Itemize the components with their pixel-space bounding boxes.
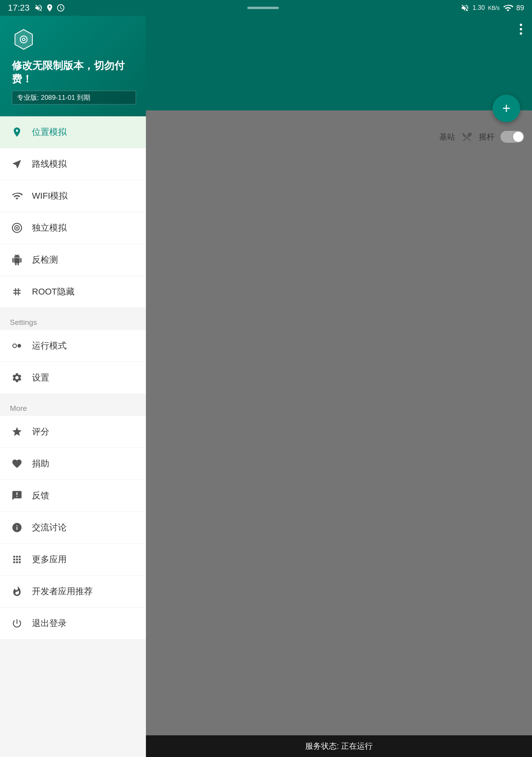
svg-point-3 bbox=[23, 39, 24, 40]
sidebar-bottom-padding bbox=[0, 643, 146, 658]
dot1 bbox=[520, 24, 522, 26]
sidebar-item-feedback[interactable]: 反馈 bbox=[0, 480, 146, 512]
nav-label-independent: 独立模拟 bbox=[32, 222, 67, 234]
nav-label-route: 路线模拟 bbox=[32, 158, 67, 170]
nav-label-wifi: WIFI模拟 bbox=[32, 190, 67, 202]
target-icon bbox=[10, 221, 24, 235]
status-time: 17:23 bbox=[8, 3, 30, 13]
antenna-icon bbox=[461, 131, 473, 143]
sidebar-item-donate[interactable]: 捐助 bbox=[0, 448, 146, 480]
feedback-icon bbox=[10, 489, 24, 503]
sidebar-item-logout[interactable]: 退出登录 bbox=[0, 608, 146, 640]
nav-label-discuss: 交流讨论 bbox=[32, 522, 67, 533]
dot3 bbox=[520, 32, 522, 35]
sidebar-item-settings[interactable]: 设置 bbox=[0, 362, 146, 394]
sidebar-item-more-apps[interactable]: 更多应用 bbox=[0, 544, 146, 576]
flame-icon bbox=[10, 584, 24, 599]
nav-label-feedback: 反馈 bbox=[32, 490, 49, 502]
sidebar-item-run-mode[interactable]: 运行模式 bbox=[0, 330, 146, 362]
status-bar: 17:23 1.30 KB/s 89 bbox=[0, 0, 532, 16]
mute-icon bbox=[34, 4, 43, 12]
sidebar-item-location[interactable]: 位置模拟 bbox=[0, 116, 146, 148]
service-status-bar: 服务状态: 正在运行 bbox=[146, 735, 532, 757]
nav-label-dev-recommend: 开发者应用推荐 bbox=[32, 585, 93, 597]
network-speed: 1.30 bbox=[472, 4, 485, 11]
controls-bar: 基站 摇杆 bbox=[431, 126, 532, 147]
sidebar-item-independent[interactable]: 独立模拟 bbox=[0, 212, 146, 244]
status-right: 1.30 KB/s 89 bbox=[461, 3, 524, 13]
nav-label-location: 位置模拟 bbox=[32, 126, 67, 138]
sidebar-item-discuss[interactable]: 交流讨论 bbox=[0, 512, 146, 544]
nav-label-rate: 评分 bbox=[32, 426, 49, 438]
nav-section-more: 评分 捐助 反馈 交流讨论 bbox=[0, 416, 146, 640]
sidebar-item-wifi[interactable]: WIFI模拟 bbox=[0, 180, 146, 212]
content-header: + bbox=[146, 16, 532, 110]
nav-label-root-hide: ROOT隐藏 bbox=[32, 286, 75, 298]
svg-point-6 bbox=[16, 227, 18, 229]
svg-point-8 bbox=[17, 344, 21, 347]
nav-label-more-apps: 更多应用 bbox=[32, 554, 67, 565]
joystick-label: 摇杆 bbox=[479, 132, 495, 142]
hash-icon bbox=[10, 285, 24, 299]
sidebar-badge: 专业版: 2089-11-01 到期 bbox=[12, 91, 136, 104]
sidebar-item-dev-recommend[interactable]: 开发者应用推荐 bbox=[0, 576, 146, 608]
station-label: 基站 bbox=[439, 132, 455, 142]
sidebar-item-rate[interactable]: 评分 bbox=[0, 416, 146, 448]
sidebar-item-anti-detect[interactable]: 反检测 bbox=[0, 244, 146, 276]
dot2 bbox=[520, 28, 522, 30]
app-logo bbox=[12, 28, 35, 51]
svg-point-7 bbox=[13, 344, 17, 347]
location-status-icon bbox=[45, 4, 54, 12]
nav-label-donate: 捐助 bbox=[32, 458, 49, 470]
fab-add-button[interactable]: + bbox=[493, 95, 520, 122]
mute-notify-icon bbox=[461, 4, 469, 12]
network-unit: KB/s bbox=[488, 5, 500, 11]
gear-icon bbox=[10, 371, 24, 385]
nav-label-anti-detect: 反检测 bbox=[32, 254, 58, 266]
more-options-button[interactable] bbox=[518, 22, 524, 37]
sidebar-header: 修改无限制版本，切勿付费！ 专业版: 2089-11-01 到期 bbox=[0, 16, 146, 116]
star-icon bbox=[10, 425, 24, 439]
service-status-text: 服务状态: 正在运行 bbox=[305, 742, 373, 750]
map-area: 基站 摇杆 服务状态: 正在运行 bbox=[146, 110, 532, 757]
content-area: + 基站 摇杆 服务状态: 正在运行 bbox=[146, 16, 532, 757]
battery-level: 89 bbox=[516, 4, 524, 12]
power-icon bbox=[10, 616, 24, 630]
toggle-icon bbox=[10, 339, 24, 353]
fab-icon: + bbox=[502, 100, 510, 117]
nav-section-settings: 运行模式 设置 bbox=[0, 330, 146, 394]
wifi-status-icon bbox=[503, 3, 513, 13]
nav-label-logout: 退出登录 bbox=[32, 617, 67, 629]
info-icon bbox=[10, 520, 24, 535]
sidebar-title: 修改无限制版本，切勿付费！ bbox=[12, 59, 136, 86]
nav-section-main: 位置模拟 路线模拟 WIFI模拟 独立模拟 bbox=[0, 116, 146, 308]
joystick-toggle[interactable] bbox=[500, 131, 524, 143]
location-icon bbox=[10, 125, 24, 139]
status-pill bbox=[247, 7, 279, 9]
nav-label-run-mode: 运行模式 bbox=[32, 340, 67, 352]
wifi-icon bbox=[10, 189, 24, 203]
section-header-more: More bbox=[0, 397, 146, 416]
nav-label-settings: 设置 bbox=[32, 372, 49, 384]
grid-icon bbox=[10, 552, 24, 567]
main-layout: 修改无限制版本，切勿付费！ 专业版: 2089-11-01 到期 位置模拟 路线… bbox=[0, 16, 532, 757]
sidebar: 修改无限制版本，切勿付费！ 专业版: 2089-11-01 到期 位置模拟 路线… bbox=[0, 16, 146, 757]
route-icon bbox=[10, 157, 24, 171]
clock-icon bbox=[56, 4, 65, 12]
status-bar-center bbox=[65, 7, 461, 9]
heart-icon bbox=[10, 457, 24, 471]
section-header-settings: Settings bbox=[0, 311, 146, 330]
android-icon bbox=[10, 253, 24, 267]
sidebar-item-root-hide[interactable]: ROOT隐藏 bbox=[0, 276, 146, 308]
sidebar-item-route[interactable]: 路线模拟 bbox=[0, 148, 146, 180]
